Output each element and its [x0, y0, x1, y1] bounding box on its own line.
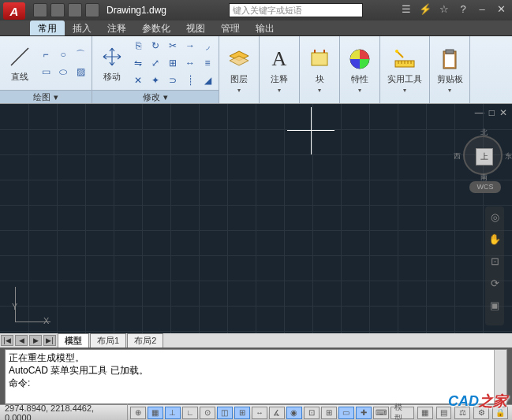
viewcube-north[interactable]: 北: [480, 128, 488, 138]
extend-icon[interactable]: →: [182, 38, 198, 54]
ellipse-icon[interactable]: ⬭: [55, 64, 71, 80]
search-input[interactable]: 键入关键字或短语: [229, 3, 363, 17]
qat-undo[interactable]: [85, 3, 99, 17]
join-icon[interactable]: ⊃: [165, 72, 181, 88]
trim-icon[interactable]: ✂: [165, 38, 181, 54]
erase-icon[interactable]: ✕: [130, 72, 146, 88]
command-window[interactable]: 正在重生成模型。 AutoCAD 菜单实用工具 已加载。 命令:: [5, 349, 507, 404]
panel-modify-label[interactable]: 修改 ▾: [92, 90, 219, 103]
lock-ui-icon[interactable]: 🔒: [492, 407, 508, 419]
tab-model[interactable]: 模型: [58, 333, 89, 348]
status-toggle-5[interactable]: ◫: [217, 407, 233, 419]
tab-view[interactable]: 视图: [178, 20, 213, 35]
status-toggle-9[interactable]: ◉: [286, 407, 302, 419]
viewcube-west[interactable]: 西: [454, 151, 461, 162]
status-toggle-2[interactable]: ⊥: [165, 407, 181, 419]
close-button[interactable]: ✕: [495, 4, 507, 17]
utilities-button[interactable]: 实用工具 ▾: [383, 45, 426, 95]
fillet-icon[interactable]: ◞: [200, 38, 215, 54]
block-button[interactable]: 块 ▾: [303, 45, 336, 95]
break-icon[interactable]: ┊: [182, 72, 198, 88]
panel-modify: 移动 ⎘ ↻ ✂ → ◞ ⇋ ⤢ ⊞ ↔ ≡ ✕ ✦ ⊃ ┊ ◢ 修改 ▾: [92, 36, 219, 103]
first-tab-button[interactable]: |◀: [1, 335, 13, 346]
workspace-switch-icon[interactable]: ⚙: [473, 407, 489, 419]
status-toggle-13[interactable]: ✚: [356, 407, 372, 419]
status-toggle-12[interactable]: ▭: [338, 407, 354, 419]
circle-icon[interactable]: ○: [55, 46, 71, 62]
tab-layout1[interactable]: 布局1: [90, 333, 126, 348]
rotate-icon[interactable]: ↻: [148, 38, 163, 54]
ribbon: 直线 ⌐ ○ ⌒ ▭ ⬭ ▨ 绘图 ▾ 移动 ⎘ ↻ ✂ →: [0, 36, 512, 104]
text-button[interactable]: A 注释 ▾: [263, 45, 296, 95]
viewcube[interactable]: 上 北 南 东 西: [463, 136, 503, 175]
help-icon[interactable]: ?: [457, 4, 469, 17]
viewcube-top-face[interactable]: 上: [476, 148, 493, 165]
orbit-icon[interactable]: ⟳: [488, 277, 502, 292]
line-button[interactable]: 直线: [3, 43, 36, 84]
coordinates-readout[interactable]: 2974.8940, 2218.4462, 0.0000: [0, 403, 128, 421]
array-icon[interactable]: ⊞: [165, 55, 181, 71]
status-toggle-10[interactable]: ⊡: [304, 407, 320, 419]
scale-icon[interactable]: ⤢: [148, 55, 163, 71]
polyline-icon[interactable]: ⌐: [38, 46, 54, 62]
autocad-logo[interactable]: A: [3, 2, 25, 20]
last-tab-button[interactable]: ▶|: [43, 335, 56, 346]
exchange-icon[interactable]: ⚡: [419, 4, 432, 17]
pan-icon[interactable]: ✋: [488, 233, 502, 247]
infocenter-icon[interactable]: ☰: [400, 4, 413, 17]
maximize-viewport-icon[interactable]: □: [489, 107, 495, 118]
status-toggle-6[interactable]: ⊞: [234, 407, 250, 419]
command-prompt[interactable]: 命令:: [9, 377, 503, 389]
tab-insert[interactable]: 插入: [65, 20, 99, 35]
status-toggle-1[interactable]: ▦: [148, 407, 163, 419]
properties-button[interactable]: 特性 ▾: [343, 45, 376, 95]
qat-new[interactable]: [33, 3, 47, 17]
explode-icon[interactable]: ✦: [148, 72, 163, 88]
command-resize-handle[interactable]: [6, 349, 494, 350]
panel-draw-label[interactable]: 绘图 ▾: [0, 90, 92, 103]
tab-layout2[interactable]: 布局2: [127, 333, 163, 348]
zoom-extents-icon[interactable]: ⊡: [488, 255, 502, 269]
close-viewport-icon[interactable]: ✕: [499, 107, 507, 118]
prev-tab-button[interactable]: ◀: [15, 335, 28, 346]
tab-home[interactable]: 常用: [30, 20, 65, 35]
tab-parametric[interactable]: 参数化: [134, 20, 178, 35]
layers-button[interactable]: 图层 ▾: [222, 45, 256, 95]
copy-icon[interactable]: ⎘: [130, 38, 146, 54]
offset-icon[interactable]: ≡: [200, 55, 215, 71]
minimize-button[interactable]: –: [476, 4, 488, 17]
status-toggle-7[interactable]: ↔: [252, 407, 267, 419]
drawing-area[interactable]: — □ ✕ /* grid drawn via JS below for bre…: [0, 104, 512, 333]
arc-icon[interactable]: ⌒: [73, 46, 88, 62]
status-toggle-11[interactable]: ⊞: [321, 407, 337, 419]
status-toggle-3[interactable]: ∟: [182, 407, 198, 419]
status-toggle-4[interactable]: ⊙: [200, 407, 215, 419]
rectangle-icon[interactable]: ▭: [38, 64, 54, 80]
chamfer-icon[interactable]: ◢: [200, 72, 215, 88]
status-toggle-14[interactable]: ⌨: [373, 407, 389, 419]
mirror-icon[interactable]: ⇋: [130, 55, 146, 71]
showmotion-icon[interactable]: ▣: [488, 299, 502, 314]
qat-save[interactable]: [68, 3, 82, 17]
move-button[interactable]: 移动: [95, 43, 129, 84]
quick-view-drawings-icon[interactable]: ▤: [436, 407, 452, 419]
model-space-button[interactable]: 模型: [391, 407, 414, 419]
qat-open[interactable]: [50, 3, 65, 17]
favorite-icon[interactable]: ☆: [438, 4, 450, 17]
quick-view-layouts-icon[interactable]: ▦: [417, 407, 433, 419]
stretch-icon[interactable]: ↔: [182, 55, 198, 71]
tab-manage[interactable]: 管理: [213, 20, 248, 35]
status-toggle-8[interactable]: ∡: [269, 407, 285, 419]
hatch-icon[interactable]: ▨: [73, 64, 88, 80]
status-toggle-0[interactable]: ⊕: [130, 407, 146, 419]
tab-output[interactable]: 输出: [248, 20, 282, 35]
next-tab-button[interactable]: ▶: [29, 335, 42, 346]
tab-annotate[interactable]: 注释: [99, 20, 134, 35]
steering-wheel-icon[interactable]: ◎: [488, 211, 502, 225]
viewcube-east[interactable]: 东: [505, 151, 512, 162]
utilities-label: 实用工具: [387, 73, 422, 85]
wcs-badge[interactable]: WCS: [469, 181, 501, 193]
clipboard-button[interactable]: 剪贴板 ▾: [433, 45, 466, 95]
command-scrollbar[interactable]: [494, 350, 506, 403]
annotation-scale-icon[interactable]: ⚖: [454, 407, 470, 419]
